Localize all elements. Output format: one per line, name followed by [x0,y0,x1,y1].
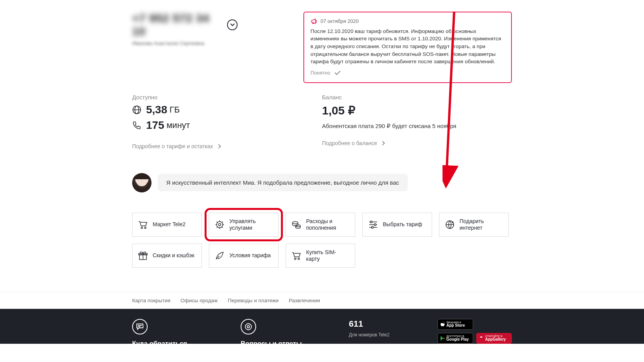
minutes-amount: 175 [146,119,164,132]
svg-point-9 [374,223,376,225]
tile-label: Маркет Tele2 [153,221,186,228]
target-icon[interactable] [241,319,256,334]
footer-short-number[interactable]: 611 [349,319,414,329]
tariff-details-label: Подробнее о тарифе и остатках [132,143,213,149]
sub-navigation: Карта покрытия Офисы продаж Переводы и п… [0,292,644,309]
apple-icon [440,322,445,327]
globe-arrow-icon [445,220,455,230]
googleplay-button[interactable]: ДОСТУПНО ВGoogle Play [437,333,473,344]
notice-ack-button[interactable]: Понятно [310,69,341,77]
subnav-coverage[interactable]: Карта покрытия [132,298,170,303]
tile-choose-tariff[interactable]: Выбрать тариф [362,213,432,237]
chevron-down-icon [230,23,235,27]
tile-label: Условия тарифа [229,252,271,259]
tile-gift-internet[interactable]: Подарить интернет [439,213,509,237]
gplay-brand: Google Play [446,338,469,341]
appstore-button[interactable]: Загрузите вApp Store [437,319,473,330]
tile-label: Управлять услугами [229,218,273,231]
svg-point-10 [372,226,374,228]
balance-details-label: Подробнее о балансе [322,140,377,146]
phone-dropdown-button[interactable] [227,19,238,30]
footer-contact-heading[interactable]: Куда обратиться [132,340,229,344]
footer-faq-heading[interactable]: Вопросы и ответы [241,340,330,344]
balance-subtext: Абонентская плата 290 ₽ будет списана 5 … [322,123,512,130]
phone-number: +7 952 572 34 10 [132,12,222,38]
huawei-brand: AppGallery [485,338,506,341]
tile-label: Выбрать тариф [383,221,422,228]
tariff-details-link[interactable]: Подробнее о тарифе и остатках [132,143,222,149]
svg-point-17 [245,324,251,330]
svg-point-15 [298,258,300,260]
tariff-update-notice: 07 октября 2020 После 12.10.2020 ваш тар… [303,12,512,83]
play-icon [440,336,445,341]
tile-label: Скидки и кэшбэк [153,252,195,259]
tile-tariff-terms[interactable]: Условия тарифа [209,244,279,268]
svg-point-3 [145,227,146,229]
cart-icon [138,220,148,230]
tile-label: Расходы и пополнения [306,218,350,231]
coins-icon [291,220,301,230]
tile-buy-sim[interactable]: Купить SIM-карту [286,244,355,268]
svg-point-8 [370,221,372,223]
chat-icon[interactable] [132,319,148,334]
balance-value: 1,05 ₽ [322,104,512,117]
mia-message[interactable]: Я искусственный интеллект Миа. Я подобра… [158,174,408,191]
balance-details-link[interactable]: Подробнее о балансе [322,140,386,146]
action-tiles: Маркет Tele2 Управлять услугами Расходы … [132,213,512,268]
tile-cashback[interactable]: Скидки и кэшбэк [132,244,202,268]
subnav-fun[interactable]: Развлечения [289,298,320,303]
megaphone-icon [310,18,317,25]
chevron-right-icon [382,140,386,146]
footer: Куда обратиться Вопросы и ответы 611 Для… [0,309,644,344]
check-icon [334,71,341,75]
svg-point-18 [247,326,250,328]
account-holder-name: Иванова Анастасия Сергеевна [132,40,238,46]
subnav-payments[interactable]: Переводы и платежи [228,298,279,303]
footer-short-sub: Для номеров Tele2 [349,332,414,338]
minutes-unit: минут [167,120,190,130]
globe-icon [132,105,141,114]
appgallery-button[interactable]: ОТКРОЙТЕ ВAppGallery [476,333,512,344]
tile-market[interactable]: Маркет Tele2 [132,213,202,237]
notice-date: 07 октября 2020 [320,18,358,25]
available-label: Доступно [132,94,322,100]
data-amount: 5,38 [146,104,167,116]
tile-expenses[interactable]: Расходы и пополнения [286,213,355,237]
helm-icon [215,220,225,230]
svg-point-14 [294,258,296,260]
phone-icon [132,121,141,130]
data-unit: ГБ [170,105,180,115]
svg-point-5 [219,223,221,226]
subnav-offices[interactable]: Офисы продаж [181,298,218,303]
svg-point-2 [141,227,143,229]
gift-icon [138,251,148,261]
tile-label: Купить SIM-карту [306,249,350,262]
sliders-icon [368,220,378,230]
tile-label: Подарить интернет [460,218,503,231]
huawei-icon [479,336,484,341]
mia-avatar [132,173,152,192]
svg-point-6 [293,222,298,224]
feather-icon [215,251,225,261]
tile-manage-services[interactable]: Управлять услугами [209,213,279,237]
notice-text: После 12.10.2020 ваш тариф обновится. Ин… [310,28,505,66]
notice-ack-label: Понятно [310,69,330,77]
cart-icon [291,251,301,261]
balance-label: Баланс [322,94,512,100]
appstore-brand: App Store [446,324,465,327]
chevron-right-icon [218,144,222,149]
footer-long-number[interactable]: 8 (3522) 613-611 [349,342,414,344]
